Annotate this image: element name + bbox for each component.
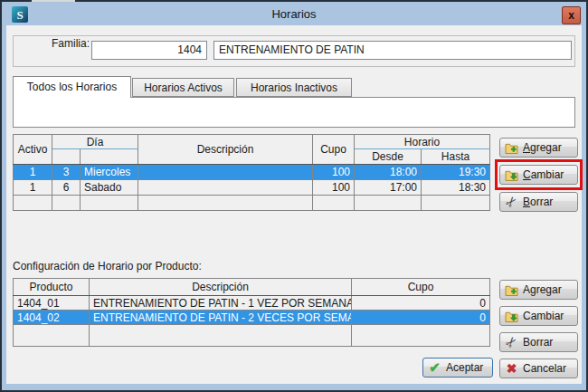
scissors-icon: ✂ xyxy=(501,331,522,352)
cell-hasta[interactable]: 18:30 xyxy=(422,180,490,196)
folder-plus-icon xyxy=(505,284,518,296)
close-button[interactable]: x xyxy=(562,6,581,24)
button-label: Cancelar xyxy=(523,362,566,375)
cell-cupo[interactable]: 100 xyxy=(313,165,355,180)
col-subheader-dia-name xyxy=(81,149,138,165)
familia-name-field[interactable]: ENTRENAMIENTO DE PATIN xyxy=(213,41,572,60)
product-row-1404-01[interactable]: 1404_01 ENTRENAMIENTO DE PATIN - 1 VEZ P… xyxy=(14,296,490,311)
cell-descripcion[interactable] xyxy=(138,180,313,196)
product-empty-rows xyxy=(14,325,490,347)
cell-desde[interactable]: 18:00 xyxy=(355,165,422,180)
schedule-row-miercoles[interactable]: 1 3 Miercoles 100 18:00 19:30 xyxy=(14,165,490,180)
product-agregar-button[interactable]: Agregar xyxy=(499,280,578,300)
folder-plus-icon xyxy=(505,142,518,154)
tab-horarios-inactivos[interactable]: Horarios Inactivos xyxy=(236,78,352,97)
button-label: Borrar xyxy=(523,336,553,349)
product-row-1404-02[interactable]: 1404_02 ENTRENAMIENTO DE PATIN - 2 VECES… xyxy=(14,311,490,325)
cell-cupo[interactable]: 0 xyxy=(352,311,490,325)
button-label: Agregar xyxy=(523,141,562,154)
col-header-activo: Activo xyxy=(14,135,52,165)
cell-producto[interactable]: 1404_01 xyxy=(14,296,90,311)
schedule-borrar-button[interactable]: ✂ Borrar xyxy=(499,192,578,212)
button-label: Cambiar xyxy=(523,168,564,181)
cell-descripcion[interactable]: ENTRENAMIENTO DE PATIN - 1 VEZ POR SEMAN… xyxy=(90,296,352,311)
col-header-descripcion: Descripción xyxy=(90,279,352,296)
button-label: Agregar xyxy=(523,283,562,296)
tab-content-panel xyxy=(13,97,575,128)
cancelar-button[interactable]: ✖ Cancelar xyxy=(499,359,578,378)
folder-arrow-icon xyxy=(505,169,518,181)
col-header-desde: Desde xyxy=(355,149,422,165)
cell-dia-num[interactable]: 6 xyxy=(52,180,81,196)
cancel-x-icon: ✖ xyxy=(505,361,518,376)
col-header-horario: Horario xyxy=(355,135,490,149)
title-bar[interactable]: S Horarios x xyxy=(2,2,586,25)
schedule-table[interactable]: Activo Día Descripción Cupo Horario Desd… xyxy=(13,134,490,211)
button-label: Cambiar xyxy=(523,310,564,322)
familia-label: Familia: xyxy=(26,37,90,50)
col-header-producto: Producto xyxy=(14,279,90,296)
schedule-agregar-button[interactable]: Agregar xyxy=(499,138,578,158)
aceptar-button[interactable]: ✔ Aceptar xyxy=(422,358,493,378)
col-subheader-dia-num xyxy=(52,149,81,165)
window-title: Horarios xyxy=(2,7,586,21)
cell-activo[interactable]: 1 xyxy=(14,180,52,196)
tab-horarios-activos[interactable]: Horarios Activos xyxy=(132,78,234,97)
cambiar-button[interactable]: Cambiar xyxy=(499,165,578,185)
product-borrar-button[interactable]: ✂ Borrar xyxy=(499,332,578,352)
schedule-empty-rows xyxy=(14,196,490,211)
tab-todos-los-horarios[interactable]: Todos los Horarios xyxy=(13,76,131,98)
product-cambiar-button[interactable]: Cambiar xyxy=(499,306,578,326)
familia-code-field[interactable]: 1404 xyxy=(91,41,207,60)
cell-producto[interactable]: 1404_02 xyxy=(14,311,90,325)
col-header-dia: Día xyxy=(52,135,138,149)
check-icon: ✔ xyxy=(428,359,441,376)
product-table[interactable]: Producto Descripción Cupo 1404_01 ENTREN… xyxy=(13,278,490,347)
col-header-hasta: Hasta xyxy=(422,149,490,165)
button-label: Aceptar xyxy=(446,361,483,374)
horarios-dialog: S Horarios x Familia: 1404 ENTRENAMIENTO… xyxy=(0,0,588,392)
cell-descripcion[interactable] xyxy=(138,165,313,180)
button-label: Borrar xyxy=(523,196,553,208)
folder-arrow-icon xyxy=(505,311,518,322)
cell-hasta[interactable]: 19:30 xyxy=(422,165,490,180)
col-header-cupo: Cupo xyxy=(313,135,355,165)
cell-cupo[interactable]: 100 xyxy=(313,180,355,196)
col-header-descripcion: Descripción xyxy=(138,135,313,165)
cell-dia[interactable]: Sabado xyxy=(81,180,138,196)
schedule-row-sabado[interactable]: 1 6 Sabado 100 17:00 18:30 xyxy=(14,180,490,196)
scissors-icon: ✂ xyxy=(501,191,522,212)
col-header-cupo: Cupo xyxy=(352,279,490,296)
cell-cupo[interactable]: 0 xyxy=(352,296,490,311)
cell-activo[interactable]: 1 xyxy=(14,165,52,180)
cell-desde[interactable]: 17:00 xyxy=(355,180,422,196)
cell-dia-num[interactable]: 3 xyxy=(52,165,81,180)
cell-descripcion[interactable]: ENTRENAMIENTO DE PATIN - 2 VECES POR SEM… xyxy=(90,311,352,325)
product-section-label: Configuración de Horario por Producto: xyxy=(13,260,202,272)
dialog-body: Familia: 1404 ENTRENAMIENTO DE PATIN Tod… xyxy=(6,25,582,384)
cell-dia[interactable]: Miercoles xyxy=(81,165,138,180)
